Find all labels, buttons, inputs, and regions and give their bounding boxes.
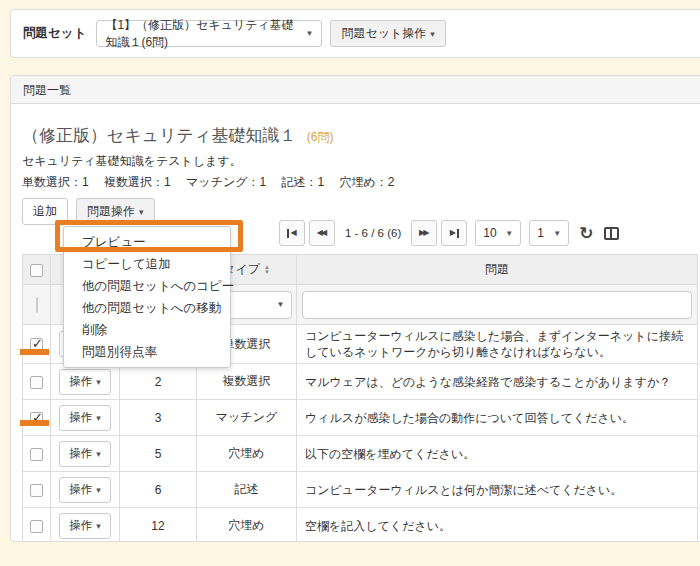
stat-matching: マッチング：1: [186, 175, 266, 189]
menu-item-preview[interactable]: プレビュー: [64, 231, 230, 253]
row-actions-button[interactable]: 操作▾: [59, 441, 111, 467]
table-row: 操作▾ 2 複数選択 マルウェアは、どのような感染経路で感染することがありますか…: [23, 364, 698, 400]
question-type: 穴埋め: [197, 508, 297, 542]
question-type: 記述: [197, 472, 297, 508]
filter-mini-box[interactable]: [36, 297, 38, 313]
page-size-select[interactable]: 10 ▼: [475, 220, 521, 246]
caret-down-icon: ▾: [96, 449, 101, 459]
filter-question-cell: [297, 285, 698, 325]
question-column-header: 問題: [297, 255, 698, 285]
question-set-title: （修正版）セキュリティ基礎知識１: [22, 126, 296, 145]
menu-item-score-rate[interactable]: 問題別得点率: [64, 341, 230, 363]
page: 問題セット 【1】（修正版）セキュリティ基礎知識１(6問) ▼ 問題セット操作 …: [0, 0, 700, 566]
question-type: 穴埋め: [197, 436, 297, 472]
question-text: ウィルスが感染した場合の動作について回答してください。: [297, 400, 698, 436]
stat-single-choice: 単数選択：1: [22, 175, 89, 189]
previous-page-icon: ◀◀: [317, 229, 325, 237]
question-type-stats: 単数選択：1 複数選択：1 マッチング：1 記述：1 穴埋め：2: [22, 174, 407, 191]
title-row: （修正版）セキュリティ基礎知識１ (6問): [22, 124, 334, 147]
first-page-icon: [287, 229, 289, 238]
actions-row: 追加 問題操作 ▾: [22, 198, 155, 225]
caret-down-icon: ▾: [96, 377, 101, 387]
row-actions-button[interactable]: 操作▾: [59, 477, 111, 503]
row-checkbox[interactable]: [30, 338, 43, 351]
question-number: 2: [120, 364, 197, 400]
question-text: コンピューターウィルスに感染した場合、まずインターネットに接続しているネットワー…: [297, 325, 698, 364]
question-number: 3: [120, 400, 197, 436]
columns-icon[interactable]: [604, 227, 619, 240]
row-actions-button[interactable]: 操作▾: [59, 513, 111, 539]
question-type: マッチング: [197, 400, 297, 436]
panel-title: 問題一覧: [11, 76, 700, 104]
row-checkbox[interactable]: [30, 520, 43, 533]
question-text: 以下の空欄を埋めてください。: [297, 436, 698, 472]
caret-down-icon: ▾: [430, 29, 435, 39]
pagination-range-label: 1 - 6 / 6 (6): [339, 227, 407, 239]
question-set-select[interactable]: 【1】（修正版）セキュリティ基礎知識１(6問) ▼: [96, 20, 322, 47]
question-operations-button[interactable]: 問題操作 ▾: [76, 198, 155, 225]
question-set-description: セキュリティ基礎知識をテストします。: [22, 153, 242, 170]
next-page-icon: ▶▶: [419, 229, 427, 237]
page-number-select[interactable]: 1 ▼: [529, 220, 569, 246]
stat-essay: 記述：1: [282, 175, 325, 189]
question-operations-menu: プレビュー コピーして追加 他の問題セットへのコピー 他の問題セットへの移動 削…: [63, 226, 231, 368]
row-checkbox[interactable]: [30, 484, 43, 497]
next-page-button[interactable]: ▶▶: [411, 220, 437, 246]
table-row: 操作▾ 6 記述 コンピューターウィルスとは何か簡潔に述べてください。: [23, 472, 698, 508]
page-size-value: 10: [483, 226, 496, 240]
question-set-bar: 問題セット 【1】（修正版）セキュリティ基礎知識１(6問) ▼ 問題セット操作 …: [10, 9, 700, 58]
filter-checkbox-cell: [23, 285, 51, 325]
question-header-label: 問題: [485, 262, 509, 276]
question-operations-label: 問題操作: [87, 203, 135, 220]
menu-item-copy-to-other-set[interactable]: 他の問題セットへのコピー: [64, 275, 230, 297]
question-number: 6: [120, 472, 197, 508]
refresh-icon[interactable]: ↻: [579, 225, 593, 242]
last-page-icon: [457, 229, 459, 238]
row-checkbox[interactable]: [30, 448, 43, 461]
previous-page-button[interactable]: ◀◀: [309, 220, 335, 246]
caret-down-icon: ▾: [96, 521, 101, 531]
caret-down-icon: ▼: [553, 229, 561, 238]
stat-fill-blank: 穴埋め：2: [340, 175, 395, 189]
question-number: 12: [120, 508, 197, 542]
stat-multi-choice: 複数選択：1: [104, 175, 171, 189]
select-all-header: [23, 255, 51, 285]
caret-down-icon: ▾: [96, 413, 101, 423]
add-question-button[interactable]: 追加: [22, 198, 68, 225]
caret-down-icon: ▼: [305, 29, 313, 38]
select-all-checkbox[interactable]: [30, 264, 43, 277]
caret-down-icon: ▼: [505, 229, 513, 238]
table-row: 操作▾ 5 穴埋め 以下の空欄を埋めてください。: [23, 436, 698, 472]
question-text: 空欄を記入してください。: [297, 508, 698, 542]
question-set-operations-label: 問題セット操作: [341, 25, 426, 42]
question-count-badge: (6問): [307, 130, 334, 144]
menu-item-delete[interactable]: 削除: [64, 319, 230, 341]
page-number-value: 1: [537, 226, 544, 240]
menu-item-move-to-other-set[interactable]: 他の問題セットへの移動: [64, 297, 230, 319]
table-row: 操作▾ 12 穴埋め 空欄を記入してください。: [23, 508, 698, 542]
add-question-label: 追加: [33, 203, 57, 220]
sort-icon[interactable]: ▲▼: [264, 265, 270, 275]
question-number: 5: [120, 436, 197, 472]
question-set-selected-value: 【1】（修正版）セキュリティ基礎知識１(6問): [105, 17, 299, 51]
question-text: マルウェアは、どのような感染経路で感染することがありますか？: [297, 364, 698, 400]
pagination-bar: ◀ ◀◀ 1 - 6 / 6 (6) ▶▶ ▶ 10 ▼ 1 ▼ ↻: [279, 220, 619, 246]
question-type: 複数選択: [197, 364, 297, 400]
caret-down-icon: ▾: [139, 207, 144, 217]
caret-down-icon: ▾: [96, 485, 101, 495]
first-page-button[interactable]: ◀: [279, 220, 305, 246]
question-set-operations-button[interactable]: 問題セット操作 ▾: [330, 20, 445, 47]
row-checkbox[interactable]: [30, 376, 43, 389]
row-actions-button[interactable]: 操作▾: [59, 369, 111, 395]
row-checkbox[interactable]: [30, 412, 43, 425]
menu-item-copy-add[interactable]: コピーして追加: [64, 253, 230, 275]
table-row: 操作▾ 3 マッチング ウィルスが感染した場合の動作について回答してください。: [23, 400, 698, 436]
caret-down-icon: ▼: [277, 300, 285, 309]
question-text: コンピューターウィルスとは何か簡潔に述べてください。: [297, 472, 698, 508]
row-actions-button[interactable]: 操作▾: [59, 405, 111, 431]
question-filter-input[interactable]: [302, 291, 692, 319]
question-set-label: 問題セット: [23, 25, 86, 42]
last-page-button[interactable]: ▶: [441, 220, 467, 246]
